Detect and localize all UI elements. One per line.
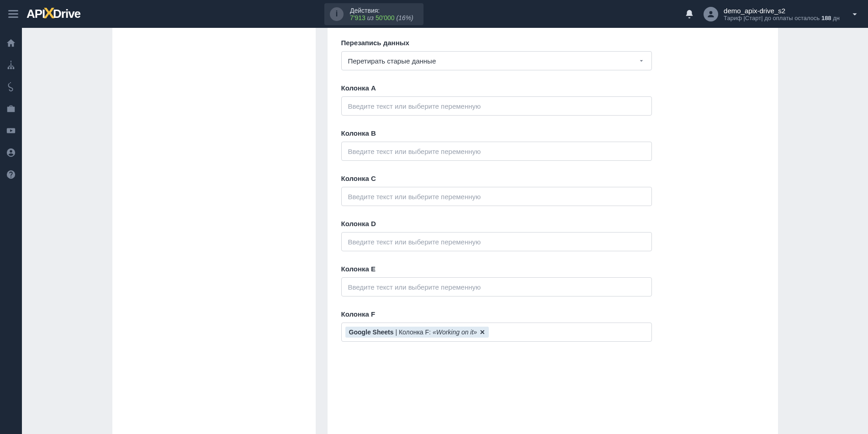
user-menu[interactable]: demo_apix-drive_s2 Тариф |Старт| до опла…	[704, 7, 860, 21]
actions-usage-pill[interactable]: i Действия: 7'913 из 50'000 (16%)	[324, 3, 423, 25]
avatar-icon	[704, 7, 718, 21]
user-tariff: Тариф |Старт| до оплаты осталось 188 дн	[724, 15, 840, 21]
brand-logo[interactable]: API X Drive	[26, 5, 80, 23]
chevron-down-icon	[850, 9, 860, 19]
logo-x-icon: X	[43, 4, 54, 22]
user-name: demo_apix-drive_s2	[724, 7, 840, 15]
logo-pre: API	[26, 7, 45, 21]
actions-value: 7'913 из 50'000 (16%)	[350, 14, 413, 21]
logo-post: Drive	[53, 7, 80, 21]
bell-icon[interactable]	[684, 9, 694, 19]
info-icon: i	[330, 7, 344, 21]
menu-toggle-icon[interactable]	[8, 10, 18, 18]
app-header: API X Drive i Действия: 7'913 из 50'000 …	[0, 0, 868, 28]
actions-label: Действия:	[350, 7, 413, 14]
